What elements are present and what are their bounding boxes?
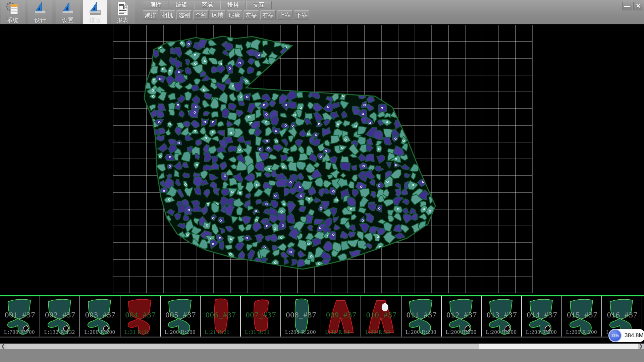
piece-id-label: 009_#37: [322, 310, 361, 319]
piece-thumbnail-8[interactable]: 008_#37L:200 R:200: [282, 296, 321, 337]
piece-thumbnail-6[interactable]: 006_#37L:21 R:21: [202, 296, 241, 337]
ribbon-button-label: 设置: [56, 16, 80, 24]
piece-thumbnail-9[interactable]: 009_#37L:32 R:31: [322, 296, 362, 337]
piece-lr-count: L:200 R:200: [165, 329, 196, 335]
status-bar: [0, 349, 644, 362]
piece-id-label: 011_#37: [402, 310, 441, 319]
ruler-icon: [88, 1, 103, 16]
menu-tab-2[interactable]: 编辑: [169, 1, 194, 9]
scroll-left-button[interactable]: ❮: [0, 344, 6, 349]
piece-thumbnail-3[interactable]: 003_#37L:200 R:200: [81, 296, 120, 337]
piece-lr-count: L:200 R:200: [406, 329, 436, 335]
ribbon-button-5[interactable]: 报表: [111, 0, 135, 24]
scroll-right-button[interactable]: ❯: [638, 344, 644, 349]
ribbon-button-label: 报表: [111, 16, 135, 24]
piece-lr-count: L:21 R:21: [205, 329, 230, 335]
piece-id-label: 015_#37: [563, 310, 602, 319]
tool-button-4[interactable]: 全割: [193, 10, 209, 20]
menu-tab-3[interactable]: 区域: [195, 1, 220, 9]
scrollbar-thumb[interactable]: [6, 344, 479, 349]
piece-id-label: 001_#37: [1, 310, 40, 319]
piece-lr-count: L:32 R:31: [325, 329, 350, 335]
piece-thumbnail-13[interactable]: 013_#37L:200 R:200: [482, 296, 522, 337]
piece-lr-count: L:200 R:200: [526, 329, 557, 335]
horizontal-scrollbar[interactable]: ❮ ❯: [0, 344, 644, 349]
report-doc-icon: [115, 1, 130, 16]
piece-lr-count: L:31 R:31: [245, 329, 270, 335]
ribbon-button-3[interactable]: 设置: [56, 0, 80, 24]
ruler-icon: [60, 1, 75, 16]
ruler-icon: [33, 1, 48, 16]
piece-id-label: 007_#37: [241, 310, 280, 319]
piece-id-label: 008_#37: [282, 310, 321, 319]
piece-thumbnail-5[interactable]: 005_#37L:200 R:200: [161, 296, 201, 337]
tool-button-5[interactable]: 区域: [210, 10, 225, 20]
memory-usage-value: 384.8M: [625, 329, 644, 342]
piece-id-label: 006_#37: [202, 310, 240, 319]
piece-lr-count: L:700 R:700: [4, 329, 35, 335]
piece-id-label: 012_#37: [442, 310, 481, 319]
piece-thumbnail-4[interactable]: 004_#37L:31 R:31: [121, 296, 161, 337]
piece-thumbnail-11[interactable]: 011_#37L:200 R:200: [402, 296, 442, 337]
ribbon-button-label: 系统: [1, 16, 25, 24]
tool-button-6[interactable]: 瑕疵: [227, 10, 242, 20]
gear-notepad-icon: [5, 1, 20, 16]
piece-lr-count: L:200 R:200: [446, 329, 477, 335]
piece-thumbnail-1[interactable]: 001_#37L:700 R:700: [1, 296, 40, 337]
piece-thumbnail-7[interactable]: 007_#37L:31 R:31: [241, 296, 281, 337]
piece-lr-count: L:33 R:33: [365, 329, 390, 335]
tool-button-10[interactable]: 下靠: [294, 10, 309, 20]
ribbon-button-2[interactable]: 设计: [28, 0, 52, 24]
tool-button-1[interactable]: 聚排: [143, 10, 158, 20]
nesting-svg: [0, 25, 644, 295]
close-button[interactable]: ✕: [633, 2, 643, 10]
menu-tab-4[interactable]: 排料: [220, 1, 246, 9]
menu-tab-5[interactable]: 交互: [246, 1, 272, 9]
tool-button-3[interactable]: 选割: [176, 10, 192, 20]
piece-thumbnail-14[interactable]: 014_#37L:200 R:200: [523, 296, 562, 337]
ribbon-button-label: 排版: [83, 16, 107, 24]
strip-bottom-edge: [0, 337, 644, 338]
tool-button-9[interactable]: 上靠: [277, 10, 292, 20]
piece-thumbnail-15[interactable]: 015_#37L:200 R:200: [563, 296, 602, 337]
piece-lr-count: L:200 R:200: [486, 329, 517, 335]
ribbon-button-1[interactable]: 系统: [1, 0, 25, 24]
ribbon-button-label: 设计: [28, 16, 52, 24]
piece-lr-count: L:31 R:31: [124, 329, 149, 335]
piece-thumbnail-12[interactable]: 012_#37L:200 R:200: [442, 296, 482, 337]
memory-monitor-badge[interactable]: 38% 384.8M: [608, 329, 644, 342]
piece-id-label: 013_#37: [482, 310, 521, 319]
nesting-canvas[interactable]: [0, 25, 644, 295]
piece-id-label: 014_#37: [523, 310, 561, 319]
piece-id-label: 004_#37: [121, 310, 160, 319]
piece-id-label: 002_#37: [41, 310, 80, 319]
piece-thumbnail-10[interactable]: 010_#37L:33 R:33: [362, 296, 401, 337]
ribbon-button-4[interactable]: 排版: [83, 0, 107, 24]
piece-hole: [382, 303, 388, 311]
tool-button-8[interactable]: 右靠: [260, 10, 276, 20]
minimize-button[interactable]: —: [622, 2, 632, 10]
piece-id-label: 003_#37: [81, 310, 120, 319]
tool-button-2[interactable]: 相机: [160, 10, 175, 20]
main-toolbar: 系统设计设置排版报表 属性编辑区域排料交互 聚排相机选割全割区域瑕疵左靠右靠上靠…: [0, 0, 644, 24]
piece-lr-count: L:200 R:200: [84, 329, 115, 335]
application-window: 系统设计设置排版报表 属性编辑区域排料交互 聚排相机选割全割区域瑕疵左靠右靠上靠…: [0, 0, 644, 362]
cpu-percent-icon: 38%: [609, 329, 622, 342]
piece-lr-count: L:200 R:200: [285, 329, 316, 335]
piece-id-label: 005_#37: [161, 310, 200, 319]
piece-thumbnail-strip: 001_#37L:700 R:700002_#37L:132 R:132003_…: [0, 296, 644, 337]
piece-thumbnail-2[interactable]: 002_#37L:132 R:132: [41, 296, 80, 337]
piece-id-label: 016_#37: [603, 310, 642, 319]
tool-button-7[interactable]: 左靠: [244, 10, 259, 20]
piece-lr-count: L:200 R:200: [566, 329, 597, 335]
menu-tab-1[interactable]: 属性: [143, 1, 168, 9]
piece-id-label: 010_#37: [362, 310, 401, 319]
piece-lr-count: L:132 R:132: [44, 329, 75, 335]
